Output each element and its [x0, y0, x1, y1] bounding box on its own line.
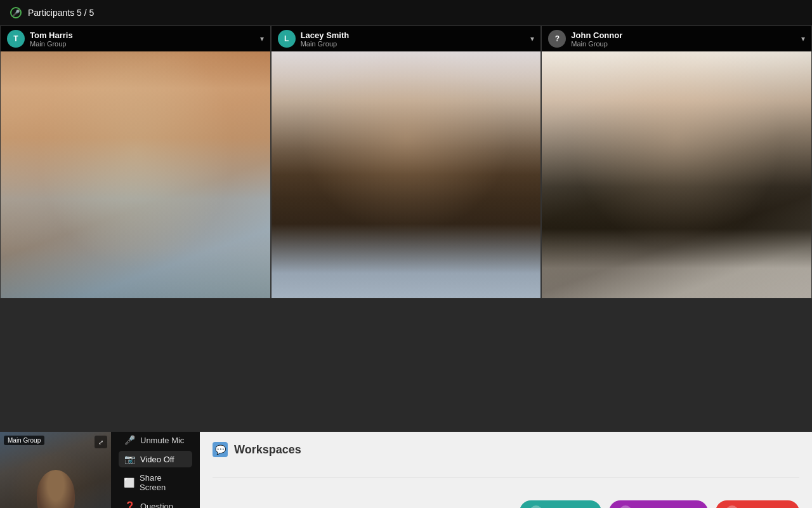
workspaces-header: 💬 Workspaces — [213, 442, 799, 457]
workspace-divider — [213, 478, 799, 478]
video-feed-tom — [1, 51, 270, 298]
question-label: Question — [140, 502, 173, 509]
share-links-icon: 🔗 — [530, 505, 542, 508]
upload-files-button[interactable]: ↑ Upload Files — [716, 500, 799, 508]
video-cell-john: ? John Connor Main Group ▾ — [541, 25, 812, 298]
top-bar: 🎤 Participants 5 / 5 — [0, 0, 812, 25]
video-header-tom: T Tom Harris Main Group ▾ — [1, 26, 270, 51]
participant-name-lacey: Lacey Smith — [301, 30, 350, 40]
question-icon: ❓ — [124, 501, 135, 508]
chevron-down-icon-john[interactable]: ▾ — [801, 34, 805, 43]
participant-name-john: John Connor — [571, 30, 622, 40]
avatar-lacey: L — [278, 30, 296, 48]
workspaces-section: 💬 Workspaces 🔗 Share Links ⬜ New Whitebo… — [200, 432, 812, 508]
video-grid: T Tom Harris Main Group ▾ L Lacey — [0, 25, 812, 298]
whiteboard-icon: ⬜ — [619, 505, 632, 508]
video-off-control[interactable]: 📷 Video Off — [119, 451, 192, 467]
local-video: Main Group ⤢ — [0, 432, 111, 508]
video-cell-tom: T Tom Harris Main Group ▾ — [0, 25, 271, 298]
participant-group-lacey: Main Group — [301, 40, 350, 48]
empty-video-area — [0, 298, 812, 432]
workspaces-icon: 💬 — [213, 442, 228, 457]
local-video-container: Main Group ⤢ 🎤 Unmute Mic 📷 Video Off ⬜ … — [0, 432, 200, 508]
video-icon: 📷 — [124, 454, 135, 464]
expand-button[interactable]: ⤢ — [95, 436, 107, 448]
participant-name-tom: Tom Harris — [30, 30, 73, 40]
unmute-mic-label: Unmute Mic — [140, 436, 184, 445]
video-feed-lacey — [272, 51, 541, 298]
upload-icon: ↑ — [726, 505, 738, 508]
chevron-down-icon-tom[interactable]: ▾ — [260, 34, 264, 43]
new-whiteboard-button[interactable]: ⬜ New Whiteboard — [609, 500, 708, 508]
controls-panel: 🎤 Unmute Mic 📷 Video Off ⬜ Share Screen … — [111, 432, 200, 508]
avatar-tom: T — [7, 30, 25, 48]
participants-label: Participants 5 / 5 — [28, 8, 94, 18]
chevron-down-icon-lacey[interactable]: ▾ — [530, 34, 534, 43]
participant-group-john: Main Group — [571, 40, 622, 48]
workspace-buttons: 🔗 Share Links ⬜ New Whiteboard ↑ Upload … — [213, 500, 799, 508]
share-screen-control[interactable]: ⬜ Share Screen — [119, 470, 192, 495]
video-area: T Tom Harris Main Group ▾ L Lacey — [0, 25, 812, 432]
video-header-john: ? John Connor Main Group ▾ — [542, 26, 811, 51]
video-off-label: Video Off — [140, 455, 174, 464]
video-feed-john — [542, 51, 811, 298]
mic-icon: 🎤 — [124, 435, 135, 445]
mic-status-icon: 🎤 — [10, 7, 22, 18]
share-links-button[interactable]: 🔗 Share Links — [520, 500, 601, 508]
local-section: Main Group ⤢ 🎤 Unmute Mic 📷 Video Off ⬜ … — [0, 432, 200, 508]
bottom-panel: Main Group ⤢ 🎤 Unmute Mic 📷 Video Off ⬜ … — [0, 432, 812, 508]
video-cell-lacey: L Lacey Smith Main Group ▾ — [271, 25, 542, 298]
question-control[interactable]: ❓ Question — [119, 498, 192, 508]
participant-group-tom: Main Group — [30, 40, 73, 48]
local-badge: Main Group — [4, 436, 44, 445]
share-screen-icon: ⬜ — [124, 478, 134, 488]
avatar-john: ? — [548, 30, 566, 48]
share-screen-label: Share Screen — [140, 473, 187, 492]
video-header-lacey: L Lacey Smith Main Group ▾ — [272, 26, 541, 51]
workspaces-title: Workspaces — [234, 443, 301, 457]
unmute-mic-control[interactable]: 🎤 Unmute Mic — [119, 432, 192, 448]
